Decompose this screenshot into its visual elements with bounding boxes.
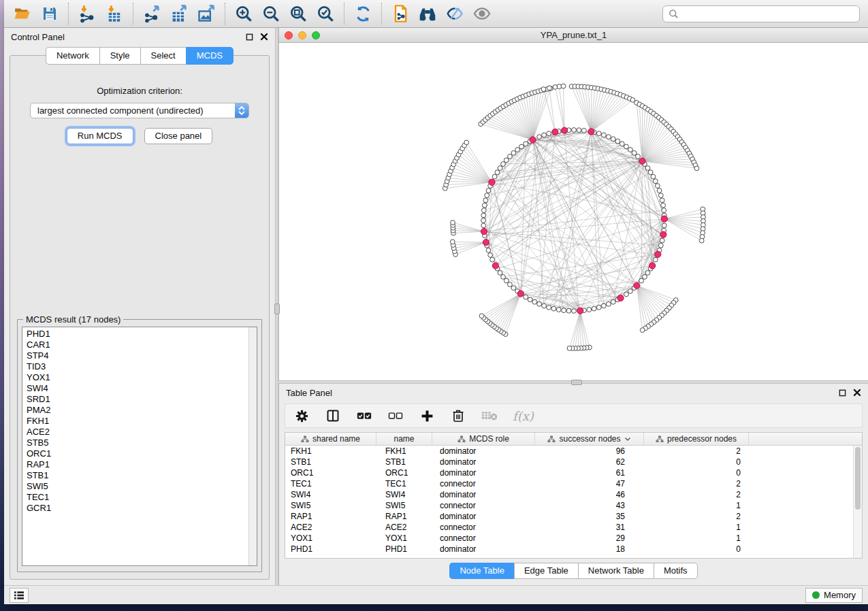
delete-column-icon[interactable] <box>450 408 466 424</box>
mcds-result-list[interactable]: PHD1CAR1STP4TID3YOX1SWI4SRD1PMA2FKH1ACE2… <box>22 327 257 566</box>
table-row[interactable]: YOX1YOX1connector291 <box>285 533 862 544</box>
table-row[interactable]: PHD1PHD1dominator180 <box>285 544 862 555</box>
mcds-result-node[interactable]: STB1 <box>27 470 257 481</box>
table-row[interactable]: FKH1FKH1dominator962 <box>285 446 862 457</box>
hide-graphics-details-button[interactable] <box>442 2 468 25</box>
tab-select[interactable]: Select <box>140 47 186 65</box>
mcds-result-node[interactable]: TEC1 <box>27 492 257 503</box>
add-column-icon[interactable] <box>419 408 435 424</box>
right-column: YPA_prune.txt_1 Table Panel <box>278 28 868 585</box>
column-header-name[interactable]: name <box>376 433 432 445</box>
show-task-history-button[interactable] <box>10 588 29 603</box>
memory-button[interactable]: Memory <box>805 588 863 603</box>
mcds-result-node[interactable]: FKH1 <box>27 416 257 427</box>
column-header-successor-nodes[interactable]: successor nodes <box>535 433 644 445</box>
column-header-predecessor-nodes[interactable]: predecessor nodes <box>644 433 749 445</box>
zoom-out-button[interactable] <box>258 2 284 25</box>
network-canvas[interactable] <box>279 43 868 380</box>
tab-network-table[interactable]: Network Table <box>578 563 654 579</box>
zoom-fit-button[interactable] <box>285 2 311 25</box>
open-file-button[interactable] <box>10 2 35 25</box>
horizontal-split-divider[interactable] <box>278 380 868 384</box>
column-header-shared-name[interactable]: shared name <box>285 433 376 445</box>
table-row[interactable]: STB1STB1dominator620 <box>285 457 862 467</box>
tab-edge-table[interactable]: Edge Table <box>514 563 578 579</box>
tab-motifs[interactable]: Motifs <box>654 563 698 579</box>
table-row[interactable]: ACE2ACE2connector311 <box>285 522 862 533</box>
tab-mcds[interactable]: MCDS <box>186 47 234 65</box>
tab-style[interactable]: Style <box>99 47 140 65</box>
import-network-button[interactable] <box>74 2 100 25</box>
close-panel-icon[interactable] <box>260 33 268 41</box>
table-row[interactable]: ORC1ORC1dominator610 <box>285 467 862 478</box>
export-network-button[interactable] <box>139 2 165 25</box>
divider-grip[interactable] <box>571 380 582 385</box>
mcds-result-node[interactable]: TID3 <box>27 361 257 372</box>
mcds-result-node[interactable]: ACE2 <box>27 427 257 437</box>
open-folder-icon <box>14 5 31 22</box>
float-panel-icon[interactable] <box>246 33 253 41</box>
close-panel-button[interactable]: Close panel <box>144 128 213 144</box>
table-scrollbar[interactable] <box>853 446 862 558</box>
cell-predecessor_nodes: 2 <box>644 490 749 499</box>
cell-successor_nodes: 47 <box>535 479 644 489</box>
memory-status-icon <box>812 591 820 599</box>
zoom-selected-button[interactable] <box>312 2 338 25</box>
cell-shared_name: ACE2 <box>285 523 376 532</box>
export-image-button[interactable] <box>193 2 219 25</box>
search-network-button[interactable] <box>415 2 440 25</box>
mcds-result-node[interactable]: SWI4 <box>27 383 257 394</box>
cell-mcds_role: dominator <box>432 468 535 478</box>
vertical-split-divider[interactable] <box>275 28 278 585</box>
float-panel-icon[interactable] <box>839 389 846 397</box>
cell-predecessor_nodes: 2 <box>644 479 749 489</box>
save-session-button[interactable] <box>37 2 63 25</box>
cell-predecessor_nodes: 0 <box>644 544 749 554</box>
cell-shared_name: TEC1 <box>285 479 376 489</box>
import-table-button[interactable] <box>101 2 127 25</box>
table-row[interactable]: TEC1TEC1connector472 <box>285 478 862 489</box>
column-header-MCDS-role[interactable]: MCDS role <box>432 433 535 445</box>
table-row[interactable]: RAP1RAP1dominator352 <box>285 511 862 522</box>
close-panel-icon[interactable] <box>853 389 861 397</box>
close-window-icon[interactable] <box>285 31 293 39</box>
mcds-result-node[interactable]: RAP1 <box>27 459 257 470</box>
tab-network[interactable]: Network <box>46 47 99 65</box>
table-row[interactable]: SWI4SWI4dominator462 <box>285 489 862 500</box>
zoom-in-button[interactable] <box>231 2 257 25</box>
node-table[interactable]: shared namename MCDS role successor node… <box>285 432 863 559</box>
select-all-rows-icon[interactable] <box>356 408 372 424</box>
divider-grip[interactable] <box>274 303 280 314</box>
criterion-select[interactable]: largest connected component (undirected) <box>30 103 249 118</box>
minimize-window-icon[interactable] <box>298 31 306 39</box>
mcds-result-node[interactable]: SRD1 <box>27 394 257 405</box>
deselect-all-rows-icon[interactable] <box>387 408 404 424</box>
mcds-result-node[interactable]: ORC1 <box>27 448 257 459</box>
mcds-result-node[interactable]: SWI5 <box>27 481 257 492</box>
column-layout-icon[interactable] <box>325 408 341 424</box>
apply-layout-button[interactable] <box>350 2 376 25</box>
tab-node-table[interactable]: Node Table <box>449 563 514 579</box>
mcds-result-node[interactable]: YOX1 <box>27 372 257 383</box>
maximize-window-icon[interactable] <box>312 31 320 39</box>
mcds-result-node[interactable]: STP4 <box>27 350 257 361</box>
toolbar-separator <box>68 3 69 24</box>
mcds-result-node[interactable]: PHD1 <box>27 329 257 340</box>
scrollbar-thumb[interactable] <box>855 447 861 510</box>
table-settings-gear-icon[interactable] <box>293 408 310 424</box>
table-row[interactable]: SWI5SWI5connector431 <box>285 500 862 511</box>
new-network-from-selection-button[interactable] <box>387 2 413 25</box>
search-box[interactable] <box>662 5 860 22</box>
export-table-button[interactable] <box>166 2 192 25</box>
search-input[interactable] <box>683 9 854 19</box>
run-mcds-button[interactable]: Run MCDS <box>67 128 133 144</box>
mcds-result-node[interactable]: GCR1 <box>27 503 257 514</box>
show-graphics-details-button[interactable] <box>469 2 495 25</box>
mcds-result-node[interactable]: CAR1 <box>27 340 257 350</box>
shared-column-icon <box>457 435 466 443</box>
mcds-result-node[interactable]: STB5 <box>27 437 257 448</box>
toolbar-separator <box>381 3 382 24</box>
result-list-scrollbar[interactable] <box>248 327 257 565</box>
cell-name: FKH1 <box>376 446 432 456</box>
mcds-result-node[interactable]: PMA2 <box>27 405 257 416</box>
